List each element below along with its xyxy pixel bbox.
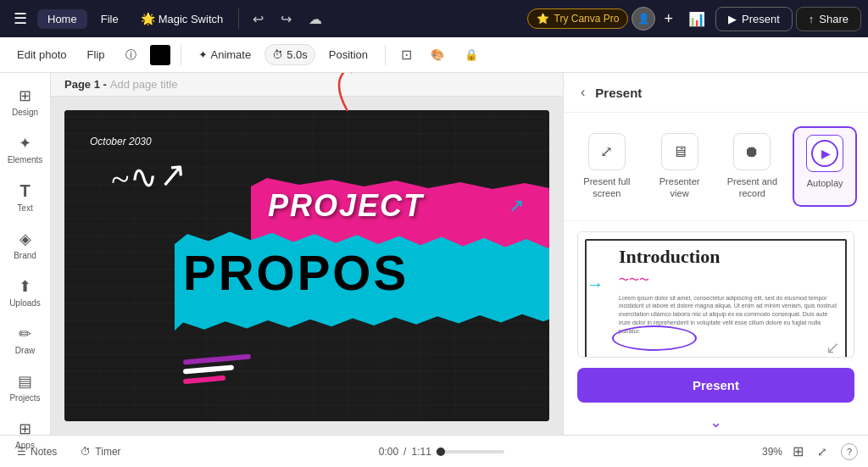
toolbar-separator-2 bbox=[385, 45, 386, 65]
timer-icon: ⏱ bbox=[81, 446, 91, 458]
sidebar-label-design: Design bbox=[12, 108, 38, 117]
sidebar-item-uploads[interactable]: ⬆ Uploads bbox=[3, 270, 47, 314]
style-icon[interactable]: 🎨 bbox=[424, 45, 451, 64]
try-pro-button[interactable]: ⭐ Try Canva Pro bbox=[527, 8, 629, 29]
bottom-bar: ☰ Notes ⏱ Timer 0:00 / 1:11 39% ⊞ ⤢ ? bbox=[0, 435, 868, 467]
back-button[interactable]: ‹ bbox=[577, 83, 588, 102]
secondary-toolbar: Edit photo Flip ⓘ ✦ Animate ⏱ 5.0s Posit… bbox=[0, 37, 868, 73]
elements-icon: ✦ bbox=[19, 134, 31, 153]
page-number: Page 1 - bbox=[64, 78, 107, 91]
file-tab[interactable]: File bbox=[91, 9, 129, 29]
present-options: ⤢ Present full screen 🖥 Presenter view ⏺… bbox=[564, 113, 868, 221]
timer-control[interactable]: ⏱ 5.0s bbox=[264, 44, 315, 65]
present-icon: ▶ bbox=[728, 13, 737, 25]
option-present-record[interactable]: ⏺ Present and record bbox=[720, 126, 784, 207]
cloud-save-button[interactable]: ☁ bbox=[302, 8, 329, 31]
scroll-indicator: ⌄ bbox=[564, 413, 868, 435]
topbar: ☰ Home File 🌟 Magic Switch ↩ ↪ ☁ ⭐ Try C… bbox=[0, 0, 868, 37]
share-button[interactable]: ↑ Share bbox=[796, 7, 861, 31]
transparency-icon[interactable]: ⊡ bbox=[396, 43, 417, 66]
info-icon[interactable]: ⓘ bbox=[119, 44, 143, 66]
home-tab[interactable]: Home bbox=[37, 9, 87, 29]
scroll-down-icon: ⌄ bbox=[709, 413, 722, 431]
preview-title: Introduction bbox=[619, 246, 840, 268]
sidebar-item-elements[interactable]: ✦ Elements bbox=[3, 127, 47, 171]
sidebar-item-draw[interactable]: ✏ Draw bbox=[3, 318, 47, 362]
autoplay-icon: ▶ bbox=[806, 135, 843, 172]
slider-thumb[interactable] bbox=[437, 448, 445, 456]
add-collaborator-button[interactable]: + bbox=[659, 7, 678, 31]
notes-button[interactable]: ☰ Notes bbox=[10, 442, 64, 461]
design-icon: ⊞ bbox=[19, 86, 31, 105]
apps-icon: ⊞ bbox=[19, 420, 31, 438]
page-title-input[interactable]: Add page title bbox=[110, 78, 178, 91]
edit-photo-button[interactable]: Edit photo bbox=[10, 45, 74, 64]
sidebar-item-projects[interactable]: ▤ Projects bbox=[3, 365, 47, 409]
magic-switch-button[interactable]: 🌟 Magic Switch bbox=[132, 8, 232, 29]
brand-icon: ◈ bbox=[19, 230, 31, 248]
notes-label: Notes bbox=[31, 446, 57, 458]
time-current: 0:00 bbox=[379, 446, 398, 458]
share-label: Share bbox=[819, 13, 849, 25]
text-icon: T bbox=[19, 181, 30, 201]
preview-slide-content: Introduction 〜〜〜 Lorem ipsum dolor sit a… bbox=[578, 232, 854, 358]
sidebar-label-draw: Draw bbox=[15, 346, 35, 355]
timeline-slider[interactable] bbox=[437, 450, 504, 453]
page-title-bar: Page 1 - Add page title bbox=[51, 73, 563, 97]
lock-icon[interactable]: 🔒 bbox=[458, 45, 485, 64]
sidebar-item-brand[interactable]: ◈ Brand bbox=[3, 223, 47, 267]
position-button[interactable]: Position bbox=[322, 45, 375, 64]
animate-icon: ✦ bbox=[198, 48, 208, 61]
left-sidebar: ⊞ Design ✦ Elements T Text ◈ Brand ⬆ Upl… bbox=[0, 73, 51, 435]
timer-label: Timer bbox=[95, 446, 120, 458]
topbar-divider bbox=[238, 8, 239, 29]
menu-icon[interactable]: ☰ bbox=[7, 6, 34, 31]
color-picker[interactable] bbox=[150, 45, 170, 65]
preview-scribble: 〜〜〜 bbox=[619, 273, 840, 287]
present-record-icon: ⏺ bbox=[733, 133, 771, 170]
preview-arrow-decoration: → bbox=[587, 275, 604, 294]
sidebar-label-elements: Elements bbox=[8, 155, 43, 164]
redo-button[interactable]: ↪ bbox=[274, 8, 298, 31]
slide-date: October 2030 bbox=[90, 136, 152, 147]
present-record-label: Present and record bbox=[723, 175, 781, 200]
slide-propos-title: PROPOS bbox=[183, 244, 409, 301]
preview-doodle: ↙ bbox=[826, 337, 840, 358]
avatar[interactable]: 👤 bbox=[632, 7, 655, 31]
undo-button[interactable]: ↩ bbox=[246, 8, 270, 31]
grid-view-button[interactable]: ⊞ bbox=[793, 443, 804, 459]
play-circle: ▶ bbox=[811, 140, 838, 167]
animate-button[interactable]: ✦ Animate bbox=[192, 45, 259, 64]
draw-icon: ✏ bbox=[19, 325, 31, 343]
present-panel: ‹ Present ⤢ Present full screen 🖥 Presen… bbox=[563, 73, 868, 435]
autoplay-label: Autoplay bbox=[807, 177, 843, 189]
deco-line-white bbox=[183, 364, 234, 374]
analytics-button[interactable]: 📊 bbox=[682, 8, 712, 31]
present-button[interactable]: ▶ Present bbox=[715, 7, 793, 31]
sidebar-label-brand: Brand bbox=[14, 251, 36, 260]
preview-oval-decoration bbox=[612, 325, 697, 351]
help-button[interactable]: ? bbox=[841, 443, 858, 460]
magic-switch-label: Magic Switch bbox=[159, 13, 224, 25]
sidebar-item-text[interactable]: T Text bbox=[3, 175, 47, 220]
option-presenter-view[interactable]: 🖥 Presenter view bbox=[648, 126, 712, 207]
slide-canvas[interactable]: October 2030 ~∿↗ PROJECT PROPOS ↗ bbox=[64, 110, 549, 421]
sidebar-label-projects: Projects bbox=[9, 393, 40, 403]
present-panel-header: ‹ Present bbox=[564, 73, 868, 113]
option-full-screen[interactable]: ⤢ Present full screen bbox=[575, 126, 639, 207]
play-triangle: ▶ bbox=[821, 147, 831, 160]
flip-button[interactable]: Flip bbox=[81, 45, 112, 64]
slide-swirl-decoration: ~∿↗ bbox=[109, 153, 188, 200]
present-action-button[interactable]: Present bbox=[577, 368, 854, 403]
fullscreen-button[interactable]: ⤢ bbox=[814, 443, 831, 460]
timer-value: 5.0s bbox=[287, 48, 308, 61]
toolbar-separator bbox=[181, 45, 181, 65]
option-autoplay[interactable]: ▶ Autoplay bbox=[793, 126, 857, 207]
slide-project-title: PROJECT bbox=[268, 188, 424, 224]
timer-button[interactable]: ⏱ Timer bbox=[74, 442, 127, 461]
playback-progress: 0:00 / 1:11 bbox=[379, 446, 504, 458]
full-screen-icon: ⤢ bbox=[588, 133, 626, 170]
presenter-view-icon: 🖥 bbox=[661, 133, 698, 170]
sidebar-item-design[interactable]: ⊞ Design bbox=[3, 80, 47, 124]
zoom-level[interactable]: 39% bbox=[762, 446, 782, 458]
